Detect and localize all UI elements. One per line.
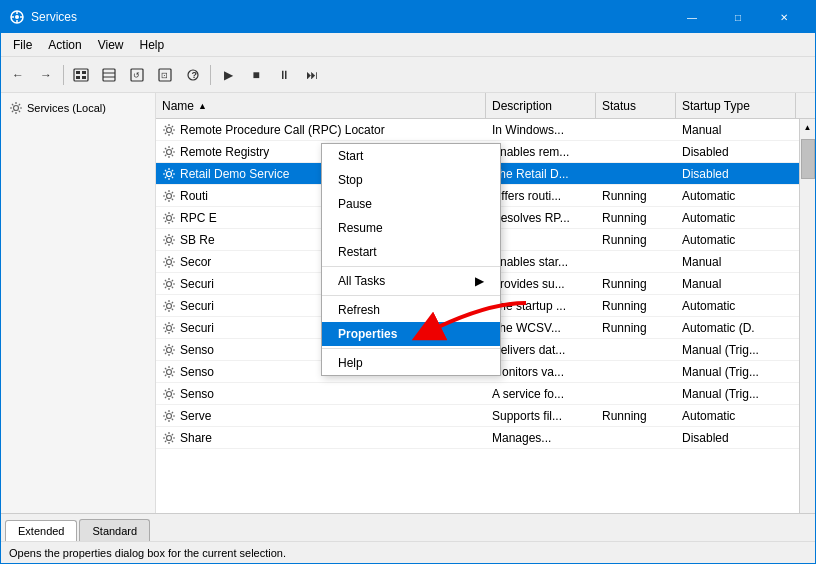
toolbar-btn-5[interactable]: ? — [180, 62, 206, 88]
context-menu-item[interactable]: Restart — [322, 240, 500, 264]
context-menu-separator — [322, 295, 500, 296]
cell-status: Running — [596, 233, 676, 247]
window-icon — [9, 9, 25, 25]
toolbar-separator-1 — [63, 65, 64, 85]
minimize-button[interactable]: — — [669, 1, 715, 33]
cell-status: Running — [596, 277, 676, 291]
context-menu-item[interactable]: Resume — [322, 216, 500, 240]
table-row[interactable]: Remote Procedure Call (RPC) Locator In W… — [156, 119, 799, 141]
window-title: Services — [31, 10, 669, 24]
forward-button[interactable]: → — [33, 62, 59, 88]
cell-desc: Enables rem... — [486, 145, 596, 159]
context-menu-item[interactable]: Stop — [322, 168, 500, 192]
cell-startup: Manual — [676, 123, 796, 137]
svg-point-27 — [167, 259, 172, 264]
statusbar: Opens the properties dialog box for the … — [1, 541, 815, 563]
toolbar-btn-1[interactable] — [68, 62, 94, 88]
svg-point-33 — [167, 391, 172, 396]
context-menu-item[interactable]: Properties — [322, 322, 500, 346]
toolbar-btn-2[interactable] — [96, 62, 122, 88]
back-button[interactable]: ← — [5, 62, 31, 88]
close-button[interactable]: ✕ — [761, 1, 807, 33]
window-controls: — □ ✕ — [669, 1, 807, 33]
cell-startup: Automatic — [676, 211, 796, 225]
vertical-scrollbar[interactable]: ▲ — [799, 119, 815, 513]
sidebar-label: Services (Local) — [27, 102, 106, 114]
play-button[interactable]: ▶ — [215, 62, 241, 88]
table-row[interactable]: Senso A service fo... Manual (Trig... — [156, 383, 799, 405]
table-row[interactable]: Serve Supports fil... Running Automatic — [156, 405, 799, 427]
svg-point-30 — [167, 325, 172, 330]
main-content: Services (Local) Name ▲ Description Stat… — [1, 93, 815, 513]
cell-startup: Disabled — [676, 431, 796, 445]
cell-desc: Offers routi... — [486, 189, 596, 203]
col-header-startup[interactable]: Startup Type — [676, 93, 796, 118]
cell-desc: Monitors va... — [486, 365, 596, 379]
svg-point-34 — [167, 413, 172, 418]
svg-rect-8 — [82, 71, 86, 74]
cell-desc: Resolves RP... — [486, 211, 596, 225]
svg-point-26 — [167, 237, 172, 242]
context-menu-item[interactable]: Start — [322, 144, 500, 168]
menu-help[interactable]: Help — [132, 36, 173, 54]
context-menu-item[interactable]: All Tasks▶ — [322, 269, 500, 293]
svg-point-20 — [14, 106, 19, 111]
svg-point-25 — [167, 215, 172, 220]
cell-startup: Manual (Trig... — [676, 365, 796, 379]
svg-point-28 — [167, 281, 172, 286]
col-header-name[interactable]: Name ▲ — [156, 93, 486, 118]
stop-button[interactable]: ■ — [243, 62, 269, 88]
cell-startup: Automatic — [676, 189, 796, 203]
cell-status: Running — [596, 189, 676, 203]
cell-startup: Automatic (D. — [676, 321, 796, 335]
context-menu-separator — [322, 266, 500, 267]
cell-status: Running — [596, 211, 676, 225]
cell-desc: Enables star... — [486, 255, 596, 269]
pause-button[interactable]: ⏸ — [271, 62, 297, 88]
maximize-button[interactable]: □ — [715, 1, 761, 33]
svg-text:⊡: ⊡ — [161, 71, 168, 80]
tab-extended[interactable]: Extended — [5, 520, 77, 542]
col-header-desc[interactable]: Description — [486, 93, 596, 118]
context-menu-item[interactable]: Help — [322, 351, 500, 375]
cell-status: Running — [596, 321, 676, 335]
cell-desc: The WCSV... — [486, 321, 596, 335]
svg-point-31 — [167, 347, 172, 352]
cell-startup: Automatic — [676, 409, 796, 423]
table-area: Name ▲ Description Status Startup Type R… — [156, 93, 815, 513]
col-header-status[interactable]: Status — [596, 93, 676, 118]
menu-view[interactable]: View — [90, 36, 132, 54]
scroll-thumb[interactable] — [801, 139, 815, 179]
table-header: Name ▲ Description Status Startup Type — [156, 93, 815, 119]
svg-point-21 — [167, 127, 172, 132]
menubar: File Action View Help — [1, 33, 815, 57]
menu-action[interactable]: Action — [40, 36, 89, 54]
menu-file[interactable]: File — [5, 36, 40, 54]
cell-startup: Manual — [676, 255, 796, 269]
cell-name: Senso — [156, 387, 486, 401]
scroll-up-arrow[interactable]: ▲ — [800, 119, 816, 135]
svg-point-35 — [167, 435, 172, 440]
context-menu-item[interactable]: Refresh — [322, 298, 500, 322]
cell-startup: Manual (Trig... — [676, 343, 796, 357]
cell-desc: Manages... — [486, 431, 596, 445]
svg-point-1 — [15, 15, 19, 19]
cell-status: Running — [596, 299, 676, 313]
cell-name: Remote Procedure Call (RPC) Locator — [156, 123, 486, 137]
restart-button[interactable]: ⏭ — [299, 62, 325, 88]
toolbar-separator-2 — [210, 65, 211, 85]
cell-startup: Automatic — [676, 233, 796, 247]
titlebar: Services — □ ✕ — [1, 1, 815, 33]
context-menu-item[interactable]: Pause — [322, 192, 500, 216]
tab-standard[interactable]: Standard — [79, 519, 150, 541]
cell-name: Serve — [156, 409, 486, 423]
toolbar-btn-3[interactable]: ↺ — [124, 62, 150, 88]
table-row[interactable]: Share Manages... Disabled — [156, 427, 799, 449]
cell-desc: A service fo... — [486, 387, 596, 401]
cell-desc: In Windows... — [486, 123, 596, 137]
svg-point-24 — [167, 193, 172, 198]
context-menu-separator — [322, 348, 500, 349]
status-text: Opens the properties dialog box for the … — [9, 547, 286, 559]
cell-desc: Provides su... — [486, 277, 596, 291]
toolbar-btn-4[interactable]: ⊡ — [152, 62, 178, 88]
